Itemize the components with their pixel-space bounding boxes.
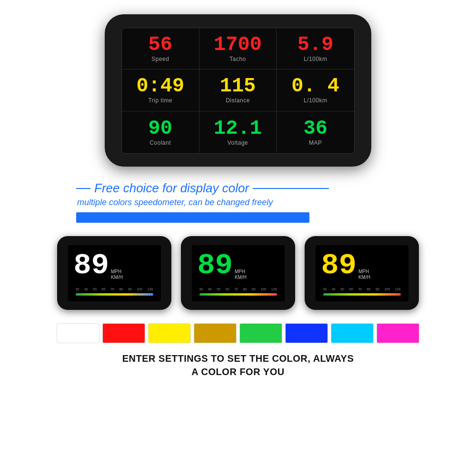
swatches-row: [57, 323, 419, 343]
hud-cell-distance: 115Distance: [199, 69, 277, 111]
hud-value-map: 36: [303, 119, 327, 139]
hud-value-fuel1: 5.9: [298, 35, 334, 55]
swatch-red-swatch: [102, 323, 145, 343]
mini-device-0: 89MPHKM/H30405060708090100120: [57, 236, 171, 310]
hud-label-coolant: Coolant: [149, 139, 171, 146]
swatch-magenta-swatch: [377, 323, 419, 343]
hud-label-speed: Speed: [151, 56, 169, 62]
arc-labels-0: 30405060708090100120: [74, 288, 155, 291]
hud-value-trip: 0:49: [136, 76, 184, 96]
hud-label-voltage: Voltage: [228, 139, 248, 146]
swatch-green-swatch: [239, 323, 282, 343]
speedo-display-1: 89MPHKM/H30405060708090100120: [192, 245, 285, 301]
hud-value-tacho: 1700: [214, 35, 262, 55]
mini-screen-1: 89MPHKM/H30405060708090100120: [192, 245, 285, 301]
speedo-arc-0: 30405060708090100120: [74, 282, 155, 296]
mini-devices-row: 89MPHKM/H3040506070809010012089MPHKM/H30…: [57, 236, 419, 310]
hud-cell-fuel1: 5.9L/100km: [277, 28, 354, 70]
hud-cell-tacho: 1700Tacho: [199, 28, 277, 70]
swatch-cyan-swatch: [331, 323, 374, 343]
mini-device-2: 89MPHKM/H30405060708090100120: [305, 236, 419, 310]
hud-value-voltage: 12.1: [214, 119, 262, 139]
hud-label-distance: Distance: [226, 97, 250, 104]
speedo-unit-2: MPHKM/H: [358, 269, 370, 280]
mini-device-1: 89MPHKM/H30405060708090100120: [181, 236, 295, 310]
hud-label-fuel1: L/100km: [304, 56, 327, 62]
speedo-display-0: 89MPHKM/H30405060708090100120: [68, 245, 161, 301]
speedo-arc-2: 30405060708090100120: [321, 282, 403, 296]
free-choice-section: Free choice for display color multiple c…: [57, 181, 419, 223]
hud-label-trip: Trip time: [148, 97, 172, 104]
speedo-number-1: 89: [198, 251, 233, 280]
swatch-gold-swatch: [194, 323, 237, 343]
hud-value-speed: 56: [149, 35, 172, 55]
hud-cell-trip: 0:49Trip time: [122, 69, 199, 111]
hud-value-distance: 115: [220, 76, 256, 96]
swatch-white-swatch: [57, 323, 99, 343]
hud-cell-fuel2: 0. 4L/100km: [277, 69, 354, 111]
free-choice-subtitle: multiple colors speedometer, can be chan…: [76, 198, 273, 208]
mini-screen-0: 89MPHKM/H30405060708090100120: [68, 245, 161, 301]
hud-value-coolant: 90: [149, 119, 172, 139]
hud-label-fuel2: L/100km: [304, 97, 327, 104]
hud-cell-speed: 56Speed: [122, 28, 199, 70]
swatch-yellow-swatch: [148, 323, 191, 343]
bottom-text: ENTER SETTINGS TO SET THE COLOR, ALWAYS …: [122, 352, 354, 378]
arc-labels-1: 30405060708090100120: [198, 288, 279, 291]
speedo-unit-0: MPHKM/H: [111, 269, 123, 280]
speedo-unit-1: MPHKM/H: [235, 269, 247, 280]
speedo-number-0: 89: [74, 251, 109, 280]
hud-cell-voltage: 12.1Voltage: [199, 111, 277, 153]
arc-bar-1: [199, 293, 277, 296]
arc-bar-0: [76, 293, 153, 296]
free-choice-title: Free choice for display color: [76, 181, 329, 196]
hud-label-map: MAP: [309, 139, 322, 146]
arc-bar-2: [323, 293, 401, 296]
speedo-arc-1: 30405060708090100120: [198, 282, 279, 296]
arc-labels-2: 30405060708090100120: [321, 288, 403, 291]
mini-screen-2: 89MPHKM/H30405060708090100120: [316, 245, 408, 301]
hud-cell-map: 36MAP: [277, 111, 354, 153]
speedo-number-2: 89: [321, 251, 357, 280]
hud-cell-coolant: 90Coolant: [122, 111, 199, 153]
swatch-blue-swatch: [285, 323, 328, 343]
speedo-display-2: 89MPHKM/H30405060708090100120: [316, 245, 408, 301]
hud-screen: 56Speed1700Tacho5.9L/100km0:49Trip time1…: [121, 28, 355, 154]
hud-value-fuel2: 0. 4: [291, 76, 339, 96]
hud-label-tacho: Tacho: [229, 56, 246, 62]
free-choice-bar: [76, 212, 309, 223]
hud-device: 56Speed1700Tacho5.9L/100km0:49Trip time1…: [105, 14, 371, 167]
